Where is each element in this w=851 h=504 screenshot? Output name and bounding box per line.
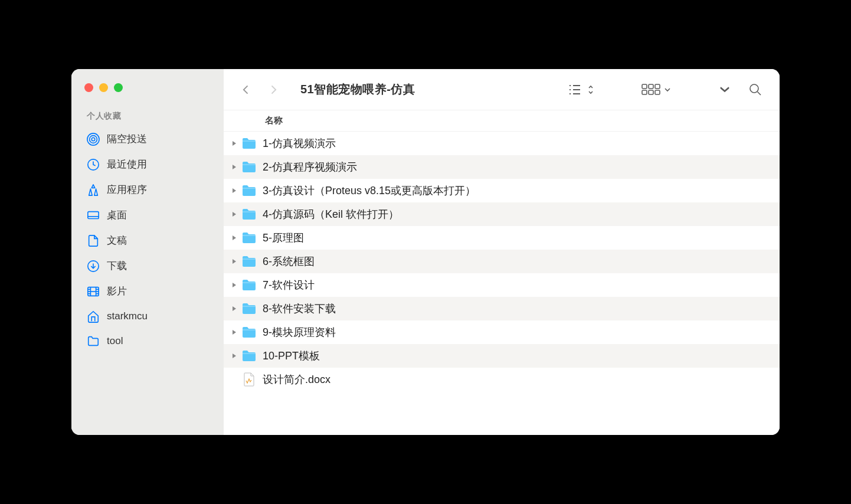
folder-icon xyxy=(241,231,257,245)
file-name: 10-PPT模板 xyxy=(263,349,320,363)
maximize-button[interactable] xyxy=(114,83,123,92)
finder-window: 个人收藏 隔空投送 最近使用 应用程序 桌面 文稿 下载 影片 xyxy=(71,69,780,435)
file-list: 1-仿真视频演示 2-仿真程序视频演示 3-仿真设计（Proteus v8.15… xyxy=(224,132,780,435)
folder-icon xyxy=(241,136,257,150)
file-name: 7-软件设计 xyxy=(263,278,315,292)
disclosure-triangle-icon[interactable] xyxy=(230,328,239,337)
main-content: 51智能宠物喂养-仿真 xyxy=(224,69,780,435)
folder-icon xyxy=(87,335,100,348)
window-controls xyxy=(71,83,224,109)
sidebar-item-label: 下载 xyxy=(107,259,127,273)
svg-rect-11 xyxy=(655,90,660,94)
svg-rect-6 xyxy=(642,84,647,89)
sidebar-item-label: 应用程序 xyxy=(107,183,147,197)
folder-icon xyxy=(241,160,257,174)
folder-icon xyxy=(241,349,257,363)
folder-icon xyxy=(241,184,257,198)
svg-rect-8 xyxy=(655,84,660,89)
sidebar-item-apps[interactable]: 应用程序 xyxy=(80,177,215,202)
file-row[interactable]: 4-仿真源码（Keil 软件打开） xyxy=(224,202,780,226)
back-button[interactable] xyxy=(235,79,257,100)
sidebar-item-airdrop[interactable]: 隔空投送 xyxy=(80,126,215,152)
file-row[interactable]: 8-软件安装下载 xyxy=(224,297,780,320)
sidebar-item-folder[interactable]: tool xyxy=(80,329,215,354)
svg-rect-7 xyxy=(649,84,653,89)
folder-icon xyxy=(241,325,257,339)
more-button[interactable] xyxy=(712,79,737,100)
chevron-down-icon xyxy=(664,86,671,93)
file-name: 2-仿真程序视频演示 xyxy=(263,160,357,174)
sidebar-item-label: 桌面 xyxy=(107,208,127,222)
chevron-updown-icon xyxy=(587,84,594,95)
close-button[interactable] xyxy=(84,83,93,92)
document-icon xyxy=(87,234,100,247)
download-icon xyxy=(87,260,100,273)
svg-line-13 xyxy=(758,91,761,95)
disclosure-triangle-icon[interactable] xyxy=(230,233,239,243)
file-name: 1-仿真视频演示 xyxy=(263,136,336,150)
sidebar-item-home[interactable]: starkmcu xyxy=(80,304,215,329)
svg-rect-9 xyxy=(642,90,647,94)
sidebar-item-label: 隔空投送 xyxy=(107,132,147,146)
group-button[interactable] xyxy=(636,79,677,100)
disclosure-triangle-icon[interactable] xyxy=(230,186,239,195)
sidebar-item-label: 文稿 xyxy=(107,234,127,247)
sidebar-item-clock[interactable]: 最近使用 xyxy=(80,152,215,177)
file-row[interactable]: 设计简介.docx xyxy=(224,368,780,391)
clock-icon xyxy=(87,158,100,171)
file-name: 设计简介.docx xyxy=(263,372,330,387)
disclosure-triangle-icon[interactable] xyxy=(230,351,239,361)
sidebar-item-label: 最近使用 xyxy=(107,158,147,171)
sidebar-item-desktop[interactable]: 桌面 xyxy=(80,202,215,228)
file-row[interactable]: 9-模块原理资料 xyxy=(224,320,780,344)
sidebar: 个人收藏 隔空投送 最近使用 应用程序 桌面 文稿 下载 影片 xyxy=(71,69,224,435)
sidebar-item-download[interactable]: 下载 xyxy=(80,253,215,279)
file-row[interactable]: 2-仿真程序视频演示 xyxy=(224,155,780,179)
svg-rect-10 xyxy=(649,90,653,94)
file-row[interactable]: 10-PPT模板 xyxy=(224,344,780,368)
disclosure-triangle-icon[interactable] xyxy=(230,257,239,266)
file-row[interactable]: 1-仿真视频演示 xyxy=(224,132,780,155)
file-row[interactable]: 6-系统框图 xyxy=(224,250,780,273)
file-name: 3-仿真设计（Proteus v8.15或更高版本打开） xyxy=(263,184,476,198)
sidebar-item-document[interactable]: 文稿 xyxy=(80,228,215,253)
window-title: 51智能宠物喂养-仿真 xyxy=(300,81,415,97)
airdrop-icon xyxy=(87,133,100,146)
sidebar-item-label: 影片 xyxy=(107,284,127,298)
document-icon xyxy=(241,372,257,387)
sidebar-section-favorites: 个人收藏 隔空投送 最近使用 应用程序 桌面 文稿 下载 影片 xyxy=(71,109,224,354)
file-row[interactable]: 3-仿真设计（Proteus v8.15或更高版本打开） xyxy=(224,179,780,202)
file-name: 8-软件安装下载 xyxy=(263,302,336,316)
file-row[interactable]: 7-软件设计 xyxy=(224,273,780,297)
sidebar-section-header: 个人收藏 xyxy=(80,109,215,126)
forward-button[interactable] xyxy=(263,79,284,100)
folder-icon xyxy=(241,278,257,292)
column-name-header: 名称 xyxy=(265,115,283,126)
desktop-icon xyxy=(87,209,100,222)
file-row[interactable]: 5-原理图 xyxy=(224,226,780,250)
search-icon xyxy=(749,83,762,96)
sidebar-item-movie[interactable]: 影片 xyxy=(80,279,215,304)
disclosure-triangle-icon[interactable] xyxy=(230,139,239,148)
disclosure-triangle-icon[interactable] xyxy=(230,304,239,313)
folder-icon xyxy=(241,302,257,316)
folder-icon xyxy=(241,254,257,269)
disclosure-triangle-icon[interactable] xyxy=(230,280,239,290)
movie-icon xyxy=(87,285,100,298)
home-icon xyxy=(87,310,100,323)
toolbar: 51智能宠物喂养-仿真 xyxy=(224,69,780,110)
file-name: 6-系统框图 xyxy=(263,254,315,269)
disclosure-triangle-icon[interactable] xyxy=(230,210,239,219)
search-button[interactable] xyxy=(743,79,768,100)
svg-point-12 xyxy=(750,84,758,93)
file-name: 5-原理图 xyxy=(263,231,304,245)
folder-icon xyxy=(241,207,257,221)
sidebar-item-label: starkmcu xyxy=(107,310,148,322)
column-header-row[interactable]: 名称 xyxy=(224,110,780,132)
minimize-button[interactable] xyxy=(99,83,108,92)
file-name: 9-模块原理资料 xyxy=(263,325,336,339)
file-name: 4-仿真源码（Keil 软件打开） xyxy=(263,207,399,221)
sidebar-item-label: tool xyxy=(107,335,123,347)
view-options-button[interactable] xyxy=(562,79,600,100)
disclosure-triangle-icon[interactable] xyxy=(230,162,239,172)
